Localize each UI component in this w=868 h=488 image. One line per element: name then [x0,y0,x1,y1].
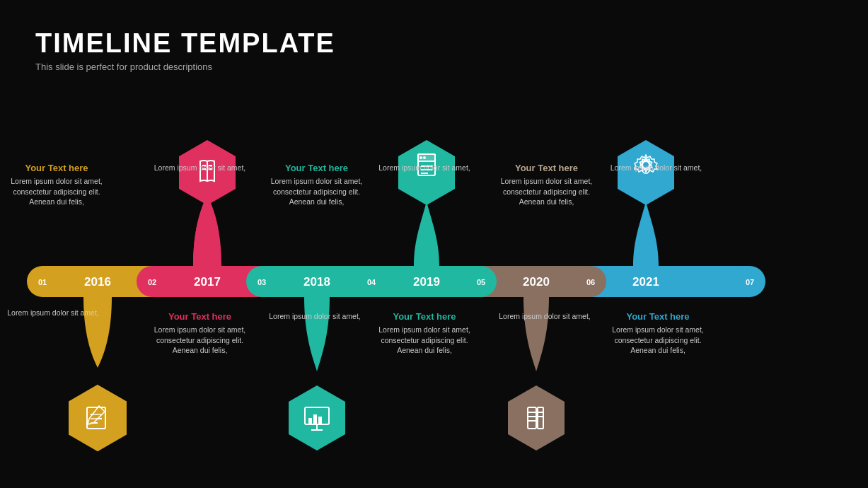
item3-below-body: Lorem ipsum dolor sit amet, [265,311,364,322]
item6-above-text: Lorem ipsum dolor sit amet, [601,163,711,173]
svg-text:2018: 2018 [303,275,330,289]
item6-below-body: Lorem ipsum dolor sit amet, consectetur … [601,325,714,356]
svg-point-43 [419,156,422,159]
svg-text:2021: 2021 [632,275,659,289]
svg-text:04: 04 [367,278,376,286]
svg-point-10 [137,266,168,297]
svg-rect-42 [418,154,435,161]
item5-below-body: Lorem ipsum dolor sit amet, [495,311,594,322]
svg-text:2020: 2020 [523,275,550,289]
svg-marker-31 [508,385,565,451]
item4-above-body: Lorem ipsum dolor sit amet, [368,163,481,173]
item2-above-text: Lorem ipsum dolor sit amet, [149,163,251,173]
item2-below-title: Your Text here [145,311,255,322]
subtitle: This slide is perfect for product descri… [35,62,833,72]
svg-point-25 [734,266,765,297]
svg-point-16 [356,266,387,297]
item4-above-text: Lorem ipsum dolor sit amet, [368,163,481,173]
item4-below-text: Your Text here Lorem ipsum dolor sit ame… [368,311,481,356]
item6-below-text: Your Text here Lorem ipsum dolor sit ame… [601,311,714,356]
svg-text:2016: 2016 [84,275,111,289]
item2-below-body: Lorem ipsum dolor sit amet, consectetur … [145,325,255,356]
svg-rect-35 [305,407,329,424]
svg-text:01: 01 [38,278,47,286]
svg-marker-27 [69,385,126,451]
item5-above-title: Your Text here [492,163,601,173]
item1-below-text: Lorem ipsum dolor sit amet, [7,308,99,318]
item3-above-title: Your Text here [262,163,371,173]
svg-rect-3 [371,266,481,297]
svg-rect-2 [262,266,371,297]
item5-above-body: Lorem ipsum dolor sit amet, consectetur … [492,176,601,207]
slide: TIMELINE TEMPLATE This slide is perfect … [0,0,868,488]
svg-rect-6 [700,266,750,297]
item6-below-title: Your Text here [601,311,714,322]
item1-above-body: Lorem ipsum dolor sit amet, consectetur … [7,176,106,207]
item1-below-body: Lorem ipsum dolor sit amet, [7,308,99,318]
item1-above-title: Your Text here [7,163,106,173]
item3-above-text: Your Text here Lorem ipsum dolor sit ame… [262,163,371,207]
item3-below-text: Lorem ipsum dolor sit amet, [265,311,364,322]
item3-above-body: Lorem ipsum dolor sit amet, consectetur … [262,176,371,207]
svg-text:03: 03 [257,278,266,286]
main-title: TIMELINE TEMPLATE [35,28,833,59]
svg-rect-48 [528,407,536,429]
svg-rect-1 [152,266,262,297]
svg-rect-52 [538,407,543,429]
svg-text:02: 02 [148,278,156,286]
item2-above-body: Lorem ipsum dolor sit amet, [149,163,251,173]
svg-rect-4 [481,266,591,297]
item6-above-body: Lorem ipsum dolor sit amet, [601,163,711,173]
svg-rect-38 [308,418,312,424]
svg-rect-40 [318,417,322,424]
svg-point-13 [246,266,277,297]
svg-text:2017: 2017 [194,275,221,289]
svg-text:06: 06 [586,278,595,286]
svg-point-22 [575,266,606,297]
svg-point-44 [423,156,426,159]
item4-below-title: Your Text here [368,311,481,322]
svg-text:2019: 2019 [413,275,440,289]
item5-below-text: Lorem ipsum dolor sit amet, [495,311,594,322]
svg-rect-0 [42,266,152,297]
item2-below-text: Your Text here Lorem ipsum dolor sit ame… [145,311,255,356]
svg-point-7 [27,266,58,297]
svg-point-19 [465,266,497,297]
header: TIMELINE TEMPLATE This slide is perfect … [35,28,833,72]
item4-below-body: Lorem ipsum dolor sit amet, consectetur … [368,325,481,356]
item5-above-text: Your Text here Lorem ipsum dolor sit ame… [492,163,601,207]
svg-text:07: 07 [746,278,754,286]
svg-rect-33 [87,407,105,429]
svg-rect-5 [591,266,700,297]
svg-rect-39 [313,414,317,424]
svg-marker-29 [289,385,345,451]
item1-above-text: Your Text here Lorem ipsum dolor sit ame… [7,163,106,207]
svg-text:05: 05 [477,278,485,286]
